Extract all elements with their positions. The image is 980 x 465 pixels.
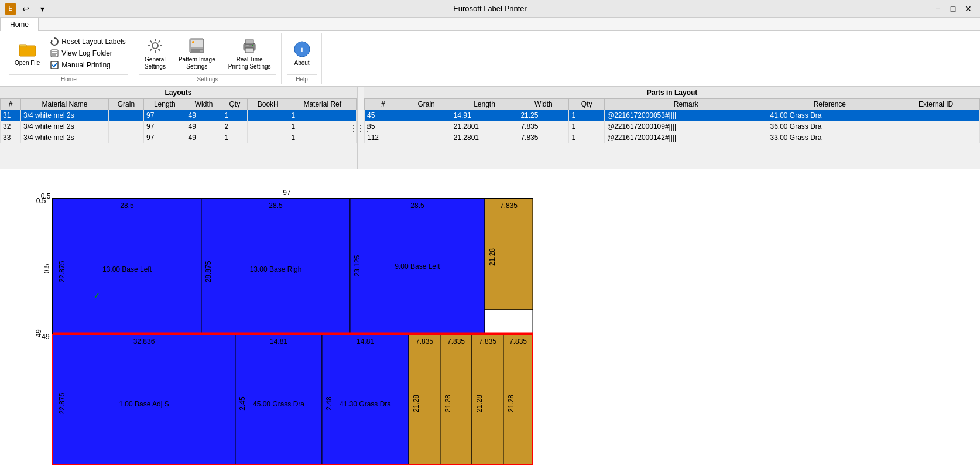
table-row[interactable]: 31 3/4 white mel 2s 97 49 1 1 (1, 110, 357, 121)
left-ruler-49: 49 (42, 333, 50, 341)
main-content: Layouts # Material Name Grain Length Wid… (0, 87, 980, 465)
parts-col-qty[interactable]: Qty (569, 99, 605, 110)
top-s1-width-label: 28.5 (120, 201, 134, 210)
cell-bookh (248, 110, 289, 121)
cell-material: 3/4 white mel 2s (21, 121, 109, 132)
top-s2-center-label: 13.00 Base Righ (250, 265, 302, 273)
cell-grain (402, 121, 451, 132)
parts-title: Parts in Layout (364, 87, 980, 98)
parts-col-length[interactable]: Length (451, 99, 518, 110)
cell-length: 21.2801 (451, 121, 518, 132)
cell-extid (892, 132, 980, 143)
parts-col-width[interactable]: Width (518, 99, 569, 110)
bot-s1-height-label: 22.875 (58, 392, 66, 414)
reset-layout-btn[interactable]: Reset Layout Labels (47, 36, 128, 47)
parts-col-remark[interactable]: Remark (605, 99, 767, 110)
cell-ref: 1 (289, 121, 356, 132)
cell-num: 45 (365, 110, 402, 121)
about-btn[interactable]: i About (287, 37, 317, 70)
svg-rect-17 (246, 45, 249, 46)
bot-s6-height-label: 21.28 (475, 395, 484, 412)
cell-bookh (248, 121, 289, 132)
ribbon-group-settings: GeneralSettings Pattern ImageSettings (135, 33, 282, 84)
quick-access-arrow[interactable]: ▾ (35, 2, 49, 16)
cell-num: 32 (1, 121, 21, 132)
layouts-title: Layouts (0, 87, 357, 98)
table-row[interactable]: 45 14.91 21.25 1 @2216172000053#|||| 41.… (365, 110, 980, 121)
parts-table-wrapper[interactable]: # Grain Length Width Qty Remark Referenc… (364, 98, 980, 169)
table-row[interactable]: 32 3/4 white mel 2s 97 49 2 1 (1, 121, 357, 132)
app-icon: E (5, 3, 16, 15)
quick-access-undo[interactable]: ↩ (19, 2, 33, 16)
cell-remark: @2216172000053#|||| (605, 110, 767, 121)
cell-grain (402, 132, 451, 143)
layouts-col-material[interactable]: Material Name (21, 99, 109, 110)
top-s3-center-label: 9.00 Base Left (395, 262, 440, 271)
layouts-col-bookh[interactable]: BookH (248, 99, 289, 110)
parts-table: # Grain Length Width Qty Remark Referenc… (364, 98, 980, 143)
view-log-btn[interactable]: View Log Folder (47, 48, 128, 59)
cell-width: 49 (186, 121, 222, 132)
svg-point-11 (192, 41, 194, 43)
bot-s5-width-label: 7.835 (447, 337, 465, 346)
cell-length: 21.2801 (451, 132, 518, 143)
top-s3-height-label: 23.125 (353, 255, 361, 276)
realtime-printing-btn[interactable]: Real TimePrinting Settings (223, 33, 276, 73)
home-small-btns: Reset Layout Labels View Log Folder (47, 36, 128, 70)
layouts-col-length[interactable]: Length (143, 99, 186, 110)
layouts-col-width[interactable]: Width (186, 99, 222, 110)
printer-icon (240, 36, 259, 55)
svg-rect-10 (191, 40, 203, 47)
panel-divider[interactable]: ⋮⋮⋮ (357, 87, 364, 169)
svg-text:i: i (301, 46, 303, 54)
cell-width: 49 (186, 132, 222, 143)
cell-qty: 1 (569, 121, 605, 132)
pattern-image-btn[interactable]: Pattern ImageSettings (173, 33, 221, 73)
layouts-table-wrapper[interactable]: # Material Name Grain Length Width Qty B… (0, 98, 357, 169)
cell-bookh (248, 132, 289, 143)
cell-width: 7.835 (518, 121, 569, 132)
bot-s2-width-label: 14.81 (270, 337, 287, 346)
bot-s1-width-label: 32.836 (133, 337, 155, 346)
minimize-button[interactable]: − (931, 2, 945, 16)
window-controls: − □ ✕ (931, 2, 975, 16)
bot-s7-height-label: 21.28 (507, 395, 515, 412)
table-row[interactable]: 85 21.2801 7.835 1 @2216172000109#|||| 3… (365, 121, 980, 132)
svg-point-8 (152, 43, 158, 49)
cell-grain (108, 110, 143, 121)
layouts-col-grain[interactable]: Grain (108, 99, 143, 110)
cell-grain (402, 110, 451, 121)
canvas-area[interactable]: 97 0.5 49 28.5 22.875 13.00 Base Left ✓ (0, 169, 980, 465)
parts-col-num[interactable]: # (365, 99, 402, 110)
parts-panel: Parts in Layout # Grain Length Width Qty… (364, 87, 980, 169)
cell-width: 7.835 (518, 132, 569, 143)
parts-col-reference[interactable]: Reference (767, 99, 892, 110)
settings-group-label: Settings (139, 74, 276, 84)
cell-ref: 1 (289, 132, 356, 143)
cell-qty: 1 (569, 132, 605, 143)
cell-width: 49 (186, 110, 222, 121)
top-s1-center-label: 13.00 Base Left (102, 265, 152, 273)
reset-layout-label: Reset Layout Labels (61, 37, 125, 46)
general-settings-btn[interactable]: GeneralSettings (139, 33, 171, 73)
parts-col-grain[interactable]: Grain (402, 99, 451, 110)
table-row[interactable]: 112 21.2801 7.835 1 @2216172000142#|||| … (365, 132, 980, 143)
layouts-col-qty[interactable]: Qty (222, 99, 247, 110)
layouts-col-ref[interactable]: Material Ref (289, 99, 356, 110)
cell-num: 33 (1, 132, 21, 143)
help-group-label: Help (287, 74, 317, 84)
layouts-col-num[interactable]: # (1, 99, 21, 110)
manual-printing-btn[interactable]: Manual Printing (47, 60, 128, 70)
layout-diagram: 97 0.5 49 28.5 22.875 13.00 Base Left ✓ (35, 187, 968, 465)
close-button[interactable]: ✕ (961, 2, 975, 16)
open-file-button[interactable]: Open File (9, 37, 45, 70)
title-bar-left: E ↩ ▾ (5, 2, 49, 16)
table-row[interactable]: 33 3/4 white mel 2s 97 49 1 1 (1, 132, 357, 143)
cell-remark: @2216172000109#|||| (605, 121, 767, 132)
bot-s6-width-label: 7.835 (479, 337, 496, 346)
ribbon-group-help: i About Help (283, 33, 322, 84)
parts-col-extid[interactable]: External ID (892, 99, 980, 110)
bot-s3-center-label: 41.30 Grass Dra (340, 400, 391, 408)
tab-home[interactable]: Home (0, 18, 39, 31)
restore-button[interactable]: □ (946, 2, 960, 16)
